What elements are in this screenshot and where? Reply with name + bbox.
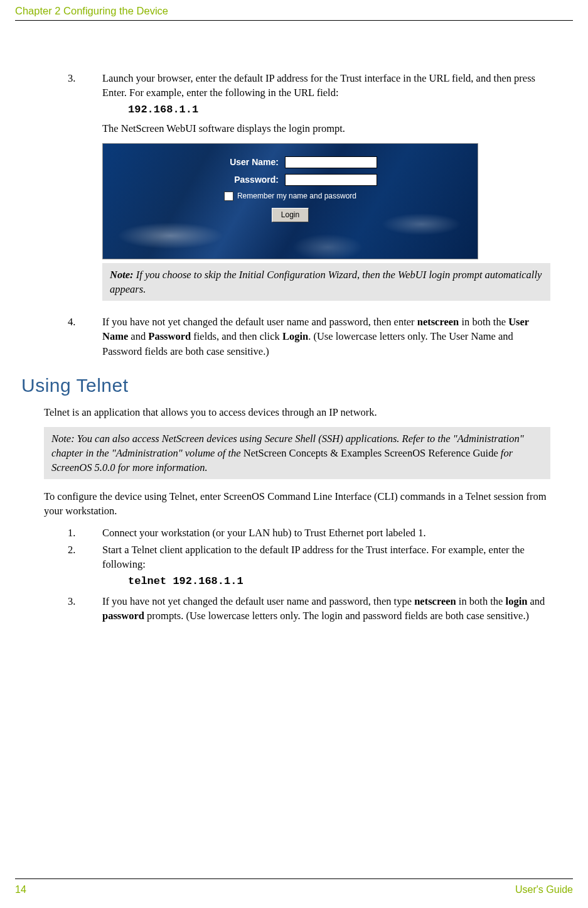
step-3: 3. Launch your browser, enter the defaul… bbox=[44, 71, 550, 312]
b3: password bbox=[102, 610, 144, 622]
username-row: User Name: bbox=[181, 156, 400, 169]
step-body: Connect your workstation (or your LAN hu… bbox=[102, 526, 550, 540]
t3: and bbox=[527, 595, 545, 607]
telnet-intro: Telnet is an application that allows you… bbox=[44, 405, 550, 419]
step-body: Start a Telnet client application to the… bbox=[102, 543, 550, 592]
t1: If you have not yet changed the default … bbox=[102, 595, 414, 607]
telnet-step-2: 2. Start a Telnet client application to … bbox=[44, 543, 550, 592]
login-button[interactable]: Login bbox=[272, 208, 309, 222]
t3: and bbox=[128, 330, 148, 342]
step-number: 3. bbox=[44, 594, 102, 623]
username-input[interactable] bbox=[285, 156, 377, 168]
step-body: If you have not yet changed the default … bbox=[102, 315, 550, 358]
note-box-2: Note: You can also access NetScreen devi… bbox=[44, 427, 550, 479]
step-number: 3. bbox=[44, 71, 102, 312]
password-label: Password: bbox=[203, 174, 285, 186]
page-footer: 14 User's Guide bbox=[0, 878, 588, 908]
step-number: 2. bbox=[44, 543, 102, 592]
step-number: 4. bbox=[44, 315, 102, 358]
step-3-text: Launch your browser, enter the default I… bbox=[102, 72, 535, 99]
telnet-config: To configure the device using Telnet, en… bbox=[44, 489, 550, 518]
chapter-title: Chapter 2 Configuring the Device bbox=[15, 5, 168, 16]
note-box-1: Note: If you choose to skip the Initial … bbox=[102, 263, 550, 301]
step-4: 4. If you have not yet changed the defau… bbox=[44, 315, 550, 358]
telnet-command-code: telnet 192.168.1.1 bbox=[102, 574, 550, 589]
ip-address-code: 192.168.1.1 bbox=[102, 102, 550, 117]
telnet-step-3: 3. If you have not yet changed the defau… bbox=[44, 594, 550, 623]
password-input[interactable] bbox=[285, 174, 377, 186]
page-content: 3. Launch your browser, enter the defaul… bbox=[0, 21, 588, 623]
footer-row: 14 User's Guide bbox=[15, 883, 573, 897]
b1: netscreen bbox=[414, 595, 456, 607]
footer-rule bbox=[15, 878, 573, 879]
doc-title: User's Guide bbox=[515, 883, 573, 897]
remember-row: Remember my name and password bbox=[181, 191, 400, 202]
remember-label: Remember my name and password bbox=[237, 191, 356, 202]
login-button-row: Login bbox=[181, 208, 400, 222]
t4: fields, and then click bbox=[191, 330, 282, 342]
t1: If you have not yet changed the default … bbox=[102, 316, 417, 328]
note-lead: Note: bbox=[51, 433, 75, 445]
b4: Login bbox=[282, 330, 308, 342]
step-body: Launch your browser, enter the default I… bbox=[102, 71, 550, 312]
page-header: Chapter 2 Configuring the Device bbox=[0, 0, 588, 20]
remember-checkbox[interactable] bbox=[224, 192, 233, 201]
step-number: 1. bbox=[44, 526, 102, 540]
telnet-step-1: 1. Connect your workstation (or your LAN… bbox=[44, 526, 550, 540]
login-form: User Name: Password: Remember my name an… bbox=[181, 156, 400, 222]
step-3-after: The NetScreen WebUI software displays th… bbox=[102, 121, 550, 136]
page-number: 14 bbox=[15, 883, 26, 897]
b3: Password bbox=[148, 330, 191, 342]
step-body: If you have not yet changed the default … bbox=[102, 594, 550, 623]
username-label: User Name: bbox=[203, 156, 285, 169]
t4: prompts. (Use lowercase letters only. Th… bbox=[144, 610, 529, 622]
note-lead: Note: bbox=[110, 269, 134, 281]
ts2-text: Start a Telnet client application to the… bbox=[102, 544, 525, 570]
t2: in both the bbox=[459, 316, 508, 328]
section-heading-telnet: Using Telnet bbox=[21, 372, 550, 399]
login-screenshot: User Name: Password: Remember my name an… bbox=[102, 143, 478, 259]
b2: login bbox=[506, 595, 528, 607]
note-text: If you choose to skip the Initial Config… bbox=[110, 269, 542, 295]
n2r1: NetScreen Concepts & Examples ScreenOS R… bbox=[243, 447, 498, 459]
t2: in both the bbox=[456, 595, 506, 607]
b1: netscreen bbox=[417, 316, 459, 328]
password-row: Password: bbox=[181, 174, 400, 186]
